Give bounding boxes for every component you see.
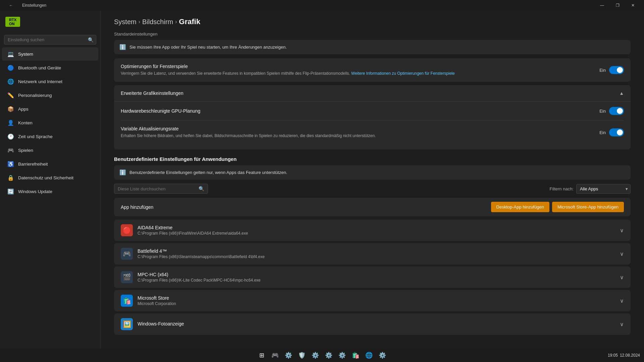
app-list-item[interactable]: 🖼️ Windows-Fotoanzeige ∨ <box>114 313 631 335</box>
app-list-left: 🖼️ Windows-Fotoanzeige <box>121 318 184 330</box>
section-defaults-label: Standardeinstellungen <box>114 32 631 37</box>
hardware-gpu-toggle[interactable] <box>609 107 624 115</box>
bluetooth-icon: 🔵 <box>7 64 14 71</box>
windowed-toggle[interactable] <box>609 66 624 74</box>
chevron-down-icon: ∨ <box>620 298 624 304</box>
sidebar-item-label: Spielen <box>18 148 33 153</box>
app-info: Microsoft Store Microsoft Corporation <box>138 295 176 306</box>
taskbar-right: 19:05 12.08.2024 <box>608 353 640 358</box>
app-list-item[interactable]: 🎬 MPC-HC (x64) C:\Program Files (x86)\K-… <box>114 266 631 288</box>
hardware-gpu-toggle-wrapper: Ein <box>599 107 624 115</box>
filter-row: 🔍 Filtern nach: Alle Apps Microsoft Stor… <box>114 184 631 194</box>
app-list-left: 🎬 MPC-HC (x64) C:\Program Files (x86)\K-… <box>121 271 261 283</box>
sidebar-item-accessibility[interactable]: ♿ Barrierefreiheit <box>2 157 98 171</box>
breadcrumb-current: Grafik <box>179 17 201 26</box>
taskbar-start[interactable]: ⊞ <box>256 349 268 361</box>
taskbar-settings3[interactable]: ⚙️ <box>323 349 335 361</box>
app-list-item[interactable]: 🔴 AIDA64 Extreme C:\Program Files (x86)\… <box>114 220 631 241</box>
app-add-label: App hinzufügen <box>121 204 153 210</box>
titlebar-controls: — ❐ ✕ <box>594 0 641 11</box>
taskbar-store[interactable]: 🛍️ <box>350 349 362 361</box>
filter-search-input[interactable] <box>118 186 197 191</box>
app-list-item[interactable]: 🛍️ Microsoft Store Microsoft Corporation… <box>114 290 631 311</box>
sidebar-item-bluetooth[interactable]: 🔵 Bluetooth und Geräte <box>2 61 98 74</box>
add-store-app-button[interactable]: Microsoft Store-App hinzufügen <box>552 202 624 212</box>
app-add-row: App hinzufügen Desktop-App hinzufügen Mi… <box>114 198 631 216</box>
taskbar-browser[interactable]: 🌐 <box>363 349 375 361</box>
personalization-icon: ✏️ <box>7 92 14 99</box>
network-icon: 🌐 <box>7 78 14 85</box>
custom-section-heading: Benutzerdefinierte Einstellungen für Anw… <box>114 156 631 162</box>
back-button[interactable]: ← <box>3 0 19 11</box>
maximize-button[interactable]: ❐ <box>610 0 625 11</box>
app-info: Windows-Fotoanzeige <box>138 321 184 327</box>
app-name: AIDA64 Extreme <box>138 225 248 230</box>
sidebar-item-system[interactable]: 💻 System <box>2 47 98 61</box>
taskbar-xbox[interactable]: 🎮 <box>269 349 281 361</box>
sidebar-item-privacy[interactable]: 🔒 Datenschutz und Sicherheit <box>2 171 98 184</box>
update-icon: 🔄 <box>7 188 14 195</box>
app-name: Windows-Fotoanzeige <box>138 321 184 326</box>
taskbar-settings2[interactable]: ⚙️ <box>309 349 321 361</box>
advanced-settings-label: Erweiterte Grafikeinstellungen <box>121 90 183 96</box>
sidebar-item-label: Zeit und Sprache <box>18 134 53 139</box>
sidebar-item-gaming[interactable]: 🎮 Spielen <box>2 143 98 157</box>
app-path: C:\Program Files (x86)\Steam\steamapps\c… <box>138 254 265 259</box>
sidebar-item-update[interactable]: 🔄 Windows Update <box>2 185 98 198</box>
sidebar-item-label: Apps <box>18 107 29 112</box>
filter-search-box: 🔍 <box>114 184 208 194</box>
advanced-settings-header[interactable]: Erweiterte Grafikeinstellungen ▲ <box>114 85 631 101</box>
custom-info-icon: ℹ️ <box>119 169 126 176</box>
app-name: Battlefield 4™ <box>138 248 265 254</box>
app-info: Battlefield 4™ C:\Program Files (x86)\St… <box>138 248 265 259</box>
apps-icon: 📦 <box>7 106 14 112</box>
app-list-item[interactable]: 🎮 Battlefield 4™ C:\Program Files (x86)\… <box>114 243 631 264</box>
sidebar-item-personalization[interactable]: ✏️ Personalisierung <box>2 88 98 102</box>
advanced-settings-card: Erweiterte Grafikeinstellungen ▲ Hardwar… <box>114 85 631 149</box>
info-icon: ℹ️ <box>119 44 126 50</box>
chevron-down-icon: ∨ <box>620 274 624 281</box>
search-icon[interactable]: 🔍 <box>88 37 94 43</box>
minimize-button[interactable]: — <box>594 0 610 11</box>
hardware-gpu-info: Hardwarebeschleunigte GPU-Planung <box>121 108 200 114</box>
close-button[interactable]: ✕ <box>625 0 641 11</box>
app-path: Microsoft Corporation <box>138 301 176 306</box>
taskbar-settings5[interactable]: ⚙️ <box>376 349 388 361</box>
taskbar-settings1[interactable]: ⚙️ <box>282 349 294 361</box>
app-icon: 🛍️ <box>121 295 133 307</box>
windowed-optimizations-card: Optimierungen für Fensterspiele Verringe… <box>114 58 631 82</box>
windowed-optimizations-link[interactable]: Weitere Informationen zu Optimierungen f… <box>351 71 455 76</box>
search-box: 🔍 <box>4 35 96 45</box>
taskbar-settings4[interactable]: ⚙️ <box>336 349 348 361</box>
sidebar-item-label: Bluetooth und Geräte <box>18 65 61 70</box>
titlebar-title: Einstellungen <box>22 3 46 8</box>
search-input[interactable] <box>4 35 96 45</box>
sidebar-logo: RTXON <box>0 14 100 32</box>
filter-select[interactable]: Alle Apps Microsoft Store-Apps Desktop-A… <box>576 184 631 194</box>
sidebar-item-label: Windows Update <box>18 189 52 194</box>
variable-refresh-toggle[interactable] <box>609 128 624 136</box>
breadcrumb-screen[interactable]: Bildschirm <box>142 18 173 26</box>
sidebar-item-label: System <box>18 52 33 57</box>
variable-refresh-row: Variable Aktualisierungsrate Erhalten Si… <box>121 120 624 144</box>
rtx-logo: RTXON <box>5 17 20 27</box>
taskbar-time: 19:05 <box>608 353 618 358</box>
sidebar-item-apps[interactable]: 📦 Apps <box>2 102 98 116</box>
windowed-optimizations-info: Optimierungen für Fensterspiele Verringe… <box>121 64 455 76</box>
sidebar-item-time[interactable]: 🕐 Zeit und Sprache <box>2 130 98 143</box>
custom-info-banner: ℹ️ Benutzerdefinierte Einstellungen gelt… <box>114 165 631 180</box>
taskbar-shield[interactable]: 🛡️ <box>296 349 308 361</box>
sidebar-item-network[interactable]: 🌐 Netzwerk und Internet <box>2 75 98 88</box>
add-desktop-app-button[interactable]: Desktop-App hinzufügen <box>491 202 549 212</box>
app-container: RTXON 🔍 💻 System 🔵 Bluetooth und Geräte … <box>0 11 644 349</box>
taskbar-date: 12.08.2024 <box>620 353 640 358</box>
breadcrumb-system[interactable]: System <box>114 18 137 26</box>
titlebar: ← Einstellungen — ❐ ✕ <box>0 0 644 11</box>
windowed-optimizations-label: Optimierungen für Fensterspiele <box>121 64 455 69</box>
filter-label: Filtern nach: <box>549 186 574 191</box>
sidebar-item-accounts[interactable]: 👤 Konten <box>2 116 98 129</box>
sidebar-item-label: Netzwerk und Internet <box>18 79 62 84</box>
windowed-toggle-wrapper: Ein <box>599 66 624 74</box>
windowed-toggle-label: Ein <box>599 68 606 73</box>
titlebar-left: ← Einstellungen <box>3 0 46 11</box>
